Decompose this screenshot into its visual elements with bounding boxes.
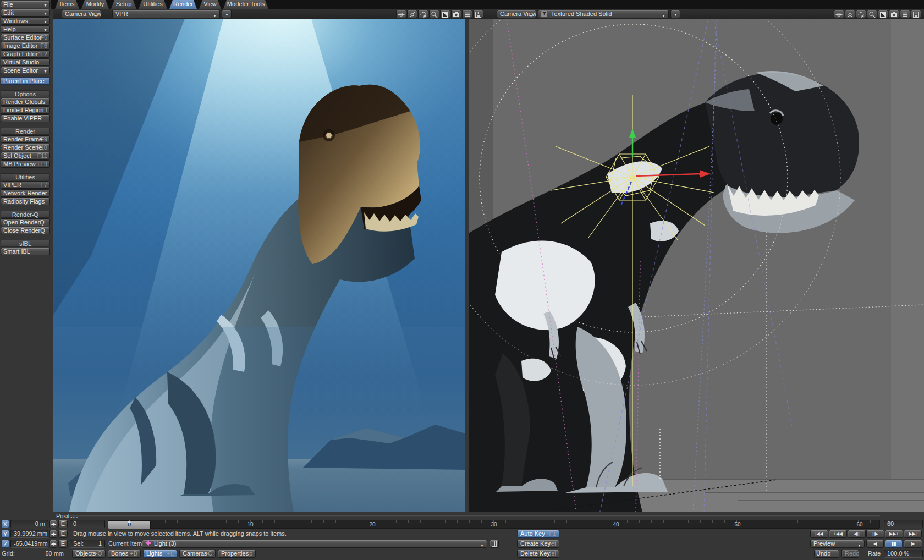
item-properties-button[interactable] [490, 540, 499, 548]
sidebar-item-parent-in-place[interactable]: Parent in Place [1, 77, 50, 85]
sidebar-item-limited-region[interactable]: ILimited Region [1, 106, 50, 114]
tab-modeler-tools[interactable]: Modeler Tools [223, 0, 268, 9]
frame-slider[interactable]: 0 [108, 520, 151, 529]
openg-trex-scene [469, 19, 924, 512]
timeline-groove[interactable] [70, 515, 880, 517]
preview-dropdown[interactable]: ▼Preview [810, 540, 865, 548]
selection-count-field[interactable]: Sel:1 [70, 540, 105, 548]
right-view-type-dropdown[interactable]: ▼ Camera View [497, 10, 536, 18]
redo-button[interactable]: Redo [842, 550, 859, 558]
right-viewport-menu-dropdown[interactable]: ▼ [670, 10, 680, 18]
sidebar-item-smart-ibl[interactable]: Smart IBL [1, 248, 50, 255]
tab-items[interactable]: Items [55, 0, 79, 9]
sidebar-item-scene-editor[interactable]: ▼Scene Editor [1, 67, 50, 74]
sidebar-item-render-globals[interactable]: Render Globals [1, 98, 50, 106]
zoom-icon[interactable] [429, 10, 439, 18]
sidebar-item-radiosity-flags[interactable]: Radiosity Flags [1, 197, 50, 205]
current-item-dropdown[interactable]: ▼Light (3) [142, 540, 487, 548]
orbit-icon[interactable] [418, 10, 428, 18]
axis-badge-x[interactable]: X [1, 520, 9, 528]
zoom-icon[interactable] [867, 10, 877, 18]
undo-button[interactable]: Undo^Z [814, 550, 839, 558]
save-icon[interactable] [473, 10, 483, 18]
position-z-field[interactable]: -65.0419mm [10, 540, 48, 548]
pan-icon[interactable] [834, 10, 844, 18]
tab-modify[interactable]: Modify [81, 0, 109, 9]
menu-help[interactable]: ▼Help [1, 25, 50, 33]
item-type-bones-button[interactable]: +BBones [108, 550, 141, 558]
menu-windows[interactable]: ▼Windows [1, 17, 50, 25]
axis-badge-y[interactable]: Y [1, 530, 9, 538]
item-type-properties-button[interactable]: pProperties [218, 550, 256, 558]
sidebar-item-graph-editor[interactable]: ^F2Graph Editor [1, 50, 50, 58]
pan-icon[interactable] [396, 10, 406, 18]
left-viewport-menu-dropdown[interactable]: ▼ [222, 10, 232, 18]
tab-utilities[interactable]: Utilities [139, 0, 167, 9]
play-reverse-button[interactable]: ◀ [866, 540, 884, 548]
tab-render[interactable]: Render [169, 0, 197, 9]
axis-badge-z[interactable]: Z [1, 540, 9, 548]
frame-jump-button-2[interactable]: ◀|| [848, 530, 866, 538]
right-render-mode-dropdown[interactable]: ▼ T Textured Shaded Solid [538, 10, 669, 18]
item-type-lights-button[interactable]: +LLights [143, 550, 177, 558]
left-viewport-camera-vpr[interactable] [53, 19, 465, 512]
left-render-mode-dropdown[interactable]: ▼ VPR [112, 10, 220, 18]
sidebar-item-render-scene[interactable]: F10Render Scene [1, 144, 50, 151]
section-header-options: Options [1, 90, 50, 97]
envelope-z-button[interactable]: E [58, 540, 68, 548]
camera-icon[interactable] [451, 10, 461, 18]
auto-key-button[interactable]: +F1Auto Key [517, 530, 559, 538]
menu-icon[interactable] [462, 10, 472, 18]
play-forward-button[interactable]: ▶ [904, 540, 922, 548]
sidebar-item-enable-viper[interactable]: Enable VIPER [1, 114, 50, 122]
left-view-type-dropdown[interactable]: ▼ Camera View [62, 10, 101, 18]
position-y-field[interactable]: 39.9992 mm [10, 530, 48, 538]
frame-jump-button-3[interactable]: ||▶ [866, 530, 884, 538]
frame-jump-button-1[interactable]: +◀◀ [829, 530, 847, 538]
item-type-objects-button[interactable]: +OObjects [72, 550, 106, 558]
item-type-cameras-button[interactable]: +CCameras [179, 550, 216, 558]
frame-end-field[interactable]: 60 [884, 520, 923, 528]
grid-size-label: Grid: [2, 550, 15, 557]
sidebar-item-network-render[interactable]: Network Render [1, 189, 50, 197]
tab-view[interactable]: View [199, 0, 221, 9]
sidebar-item-viper[interactable]: F7VIPER [1, 181, 50, 189]
delete-key-button[interactable]: delDelete Key [517, 550, 559, 558]
sidebar-item-image-editor[interactable]: F6Image Editor [1, 42, 50, 50]
pause-button[interactable]: ▮▮ [885, 540, 903, 548]
right-viewport-textured-shaded[interactable] [469, 19, 924, 512]
envelope-y-button[interactable]: E [58, 530, 68, 538]
sidebar-item-open-renderq[interactable]: Open RenderQ [1, 218, 50, 226]
stepper-z[interactable]: ◀▶ [50, 540, 57, 548]
sidebar-item-render-frame[interactable]: F9Render Frame [1, 135, 50, 143]
fit-icon[interactable] [440, 10, 450, 18]
frame-jump-button-5[interactable]: ▶▶| [904, 530, 922, 538]
create-key-button[interactable]: retCreate Key [517, 540, 559, 548]
stepper-y[interactable]: ◀▶ [50, 530, 57, 538]
tab-setup[interactable]: Setup [111, 0, 136, 9]
frame-start-field[interactable]: 0 [70, 520, 105, 528]
menu-file[interactable]: ▼File [1, 1, 50, 8]
timeline-ruler[interactable]: 102030405060 0 [108, 520, 880, 529]
menu-edit[interactable]: ▼Edit [1, 9, 50, 17]
rotate-icon[interactable] [407, 10, 417, 18]
menu-icon[interactable] [900, 10, 910, 18]
sidebar-item-sel-object[interactable]: F11Sel Object [1, 152, 50, 160]
save-icon[interactable] [911, 10, 921, 18]
status-message: Drag mouse in view to move selected item… [73, 530, 287, 537]
stepper-x[interactable]: ◀▶ [50, 520, 57, 528]
rotate-icon[interactable] [845, 10, 855, 18]
sidebar-item-mb-preview[interactable]: +F9MB Preview [1, 160, 50, 168]
fit-icon[interactable] [878, 10, 888, 18]
camera-icon[interactable] [889, 10, 899, 18]
sidebar-item-virtual-studio[interactable]: Virtual Studio [1, 58, 50, 66]
sidebar-item-surface-editor[interactable]: F5Surface Editor [1, 34, 50, 41]
rate-field[interactable]: 100.0 % [884, 550, 923, 558]
frame-jump-button-0[interactable]: |◀◀ [810, 530, 828, 538]
frame-jump-button-4[interactable]: ▶▶+ [885, 530, 903, 538]
position-x-field[interactable]: 0 m [10, 520, 48, 528]
sidebar-item-close-renderq[interactable]: Close RenderQ [1, 227, 50, 234]
tick-label: 60 [856, 521, 862, 528]
orbit-icon[interactable] [856, 10, 866, 18]
envelope-x-button[interactable]: E [58, 520, 68, 528]
